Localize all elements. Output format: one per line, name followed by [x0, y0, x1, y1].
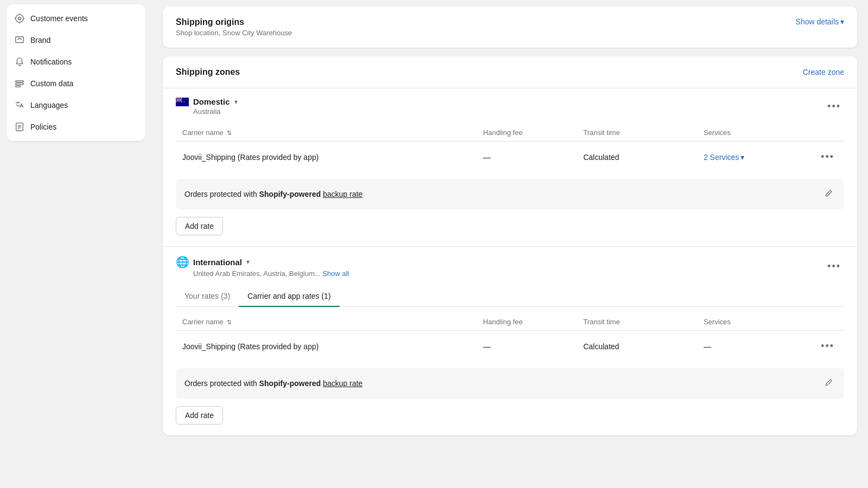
sidebar-item-custom-data[interactable]: Custom data — [7, 73, 145, 94]
domestic-backup-rate-box: Orders protected with Shopify-powered ba… — [176, 179, 844, 209]
zone-international-name-block: 🌐 International ▾ United Arab Emirates, … — [176, 255, 349, 278]
sidebar-item-label-brand: Brand — [30, 36, 50, 44]
domestic-backup-rate-link[interactable]: backup rate — [323, 190, 362, 198]
international-zone-name: International — [193, 258, 242, 267]
sidebar-item-label-policies: Policies — [30, 123, 56, 131]
zone-domestic-name-block: ★ ✦ Domestic ▾ Australia — [176, 97, 238, 115]
intl-th-services: Services — [697, 313, 797, 331]
chevron-down-icon: ▾ — [840, 17, 844, 26]
intl-backup-rate-box: Orders protected with Shopify-powered ba… — [176, 368, 844, 399]
domestic-backup-rate-text: Orders protected with Shopify-powered ba… — [184, 190, 362, 198]
intl-transit-time: Calculated — [577, 331, 697, 362]
international-zone-ellipsis-button[interactable]: ••• — [824, 259, 844, 274]
intl-backup-rate-link[interactable]: backup rate — [323, 379, 362, 388]
domestic-row-ellipsis-button[interactable]: ••• — [818, 149, 838, 165]
svg-rect-8 — [16, 83, 23, 85]
australia-flag-icon: ★ ✦ — [176, 98, 189, 106]
svg-rect-7 — [16, 81, 23, 82]
domestic-th-services: Services — [697, 124, 797, 142]
intl-th-actions — [797, 313, 844, 331]
international-carrier-row: Joovii_Shipping (Rates provided by app) … — [176, 331, 844, 362]
intl-add-rate-button[interactable]: Add rate — [176, 406, 223, 425]
intl-row-ellipsis-button[interactable]: ••• — [818, 338, 838, 354]
customer-events-icon — [14, 13, 25, 24]
domestic-handling-fee: — — [476, 142, 577, 173]
sidebar-item-languages[interactable]: Languages — [7, 94, 145, 116]
zone-international: 🌐 International ▾ United Arab Emirates, … — [163, 246, 857, 435]
origins-header: Shipping origins Shop location, Snow Cit… — [163, 7, 857, 48]
origins-subtitle: Shop location, Snow City Warehouse — [176, 29, 292, 37]
svg-point-0 — [16, 15, 23, 22]
domestic-backup-rate-edit-button[interactable] — [822, 187, 835, 202]
international-carrier-table: Carrier name ⇅ Handling fee Transit time… — [176, 313, 844, 362]
intl-handling-fee: — — [476, 331, 577, 362]
intl-backup-rate-text: Orders protected with Shopify-powered ba… — [184, 379, 362, 388]
sidebar: Customer events Brand Notifications — [0, 0, 152, 488]
intl-th-transit: Transit time — [577, 313, 697, 331]
svg-text:★: ★ — [183, 100, 185, 102]
globe-icon: 🌐 — [176, 255, 189, 268]
sidebar-item-label-customer-events: Customer events — [30, 14, 88, 23]
zone-domestic-header: ★ ✦ Domestic ▾ Australia ••• — [176, 88, 844, 118]
domestic-transit-time: Calculated — [577, 142, 697, 173]
svg-rect-6 — [16, 37, 23, 43]
intl-carrier-name: Joovii_Shipping (Rates provided by app) — [176, 331, 476, 362]
sidebar-card: Customer events Brand Notifications — [7, 4, 145, 141]
sidebar-item-brand[interactable]: Brand — [7, 29, 145, 51]
domestic-carrier-table: Carrier name ⇅ Handling fee Transit time… — [176, 124, 844, 172]
domestic-zone-country: Australia — [176, 107, 238, 115]
domestic-zone-chevron[interactable]: ▾ — [234, 98, 238, 106]
intl-backup-rate-edit-button[interactable] — [822, 376, 835, 391]
create-zone-button[interactable]: Create zone — [803, 68, 844, 76]
intl-th-carrier-name: Carrier name ⇅ — [176, 313, 476, 331]
origins-title: Shipping origins — [176, 17, 292, 27]
intl-row-actions: ••• — [797, 331, 844, 362]
sidebar-item-notifications[interactable]: Notifications — [7, 51, 145, 73]
domestic-th-transit: Transit time — [577, 124, 697, 142]
sidebar-item-label-custom-data: Custom data — [30, 79, 73, 88]
intl-th-handling: Handling fee — [476, 313, 577, 331]
domestic-th-carrier-name: Carrier name ⇅ — [176, 124, 476, 142]
domestic-zone-name: Domestic — [193, 97, 230, 106]
international-tabs: Your rates (3) Carrier and app rates (1) — [176, 286, 844, 307]
svg-rect-9 — [16, 86, 21, 87]
shipping-origins-card: Shipping origins Shop location, Snow Cit… — [163, 7, 857, 48]
sidebar-item-label-languages: Languages — [30, 101, 68, 110]
sidebar-item-customer-events[interactable]: Customer events — [7, 8, 145, 29]
custom-data-icon — [14, 78, 25, 89]
intl-services: — — [697, 331, 797, 362]
domestic-services-link[interactable]: 2 Services ▾ — [704, 153, 791, 162]
zone-domestic-name-row: ★ ✦ Domestic ▾ — [176, 97, 238, 106]
zones-header: Shipping zones Create zone — [163, 56, 857, 88]
domestic-add-rate-button[interactable]: Add rate — [176, 217, 223, 235]
notifications-icon — [14, 56, 25, 67]
origins-title-block: Shipping origins Shop location, Snow Cit… — [176, 17, 292, 37]
domestic-th-actions — [797, 124, 844, 142]
domestic-row-actions: ••• — [797, 142, 844, 173]
svg-point-1 — [18, 17, 21, 20]
domestic-carrier-name: Joovii_Shipping (Rates provided by app) — [176, 142, 476, 173]
show-all-countries-link[interactable]: Show all — [322, 269, 349, 278]
shipping-zones-card: Shipping zones Create zone — [163, 56, 857, 435]
policies-icon — [14, 121, 25, 132]
international-zone-countries: United Arab Emirates, Austria, Belgium..… — [176, 269, 349, 278]
main-content: Shipping origins Shop location, Snow Cit… — [152, 0, 868, 488]
domestic-th-handling: Handling fee — [476, 124, 577, 142]
zone-international-name-row: 🌐 International ▾ — [176, 255, 349, 268]
sidebar-item-policies[interactable]: Policies — [7, 116, 145, 138]
tab-your-rates[interactable]: Your rates (3) — [176, 286, 239, 307]
tab-carrier-app-rates[interactable]: Carrier and app rates (1) — [239, 286, 339, 307]
international-zone-chevron[interactable]: ▾ — [246, 258, 250, 266]
show-details-button[interactable]: Show details ▾ — [796, 17, 844, 26]
languages-icon — [14, 100, 25, 111]
sort-icon[interactable]: ⇅ — [227, 130, 232, 136]
domestic-zone-ellipsis-button[interactable]: ••• — [824, 99, 844, 114]
sidebar-item-label-notifications: Notifications — [30, 57, 72, 66]
services-chevron-icon: ▾ — [741, 153, 744, 162]
zone-domestic: ★ ✦ Domestic ▾ Australia ••• Carrier nam… — [163, 88, 857, 246]
intl-sort-icon[interactable]: ⇅ — [227, 319, 232, 325]
domestic-carrier-row: Joovii_Shipping (Rates provided by app) … — [176, 142, 844, 173]
zone-international-header: 🌐 International ▾ United Arab Emirates, … — [176, 247, 844, 280]
zones-title: Shipping zones — [176, 67, 240, 77]
domestic-services: 2 Services ▾ — [697, 142, 797, 173]
